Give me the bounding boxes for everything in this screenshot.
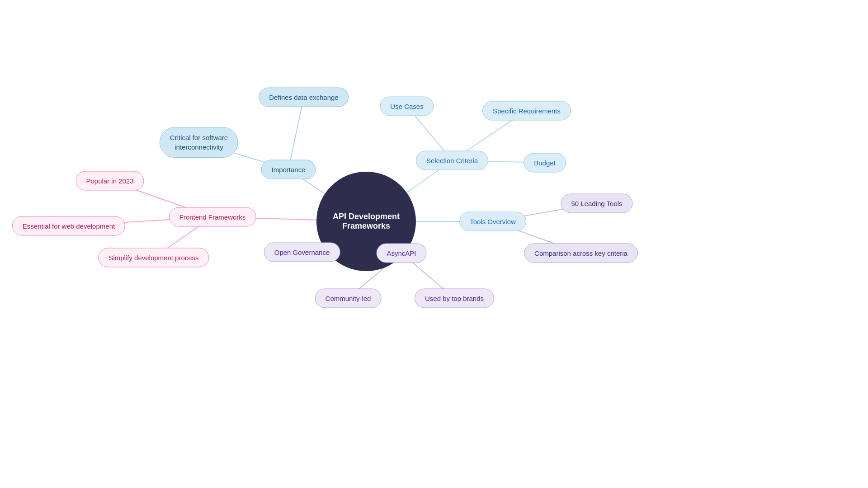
node-budget[interactable]: Budget xyxy=(524,153,566,173)
node-frontend[interactable]: Frontend Frameworks xyxy=(169,207,256,227)
connections-svg xyxy=(0,0,868,488)
mindmap-container: API Development FrameworksImportanceDefi… xyxy=(0,0,868,488)
node-community-led[interactable]: Community-led xyxy=(315,289,382,308)
node-tools-overview[interactable]: Tools Overview xyxy=(459,212,526,231)
node-popular-2023[interactable]: Popular in 2023 xyxy=(75,171,144,191)
node-comparison[interactable]: Comparison across key criteria xyxy=(524,244,638,263)
node-simplify[interactable]: Simplify development process xyxy=(98,248,209,267)
node-critical[interactable]: Critical for software interconnectivity xyxy=(160,127,238,158)
node-asyncapi[interactable]: AsyncAPI xyxy=(376,244,426,263)
node-used-top-brands[interactable]: Used by top brands xyxy=(415,289,494,308)
node-importance[interactable]: Importance xyxy=(261,160,316,179)
node-use-cases[interactable]: Use Cases xyxy=(380,97,434,116)
node-open-gov[interactable]: Open Governance xyxy=(264,243,340,262)
node-selection-criteria[interactable]: Selection Criteria xyxy=(416,151,488,170)
svg-line-1 xyxy=(288,97,304,169)
node-defines-data[interactable]: Defines data exchange xyxy=(259,88,349,107)
node-50-tools[interactable]: 50 Leading Tools xyxy=(561,194,632,213)
node-specific-req[interactable]: Specific Requirements xyxy=(482,101,571,121)
node-essential-web[interactable]: Essential for web development xyxy=(12,216,125,236)
